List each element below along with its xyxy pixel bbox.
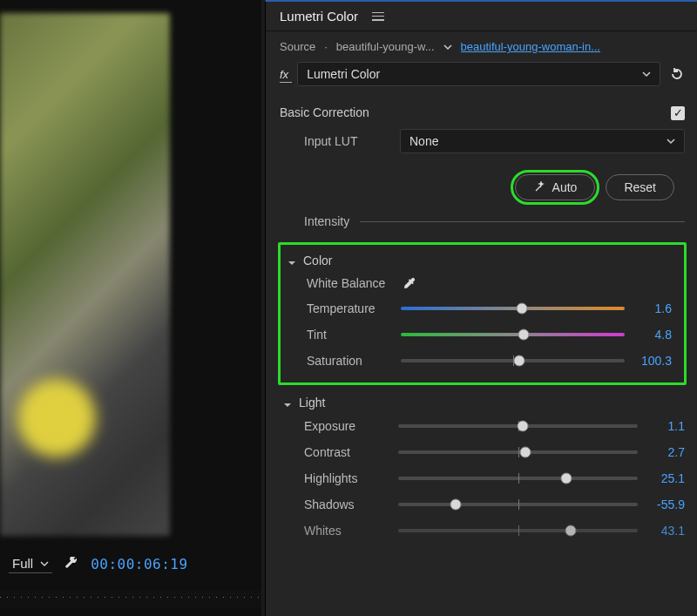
timeline-ruler[interactable] xyxy=(0,590,261,607)
saturation-value[interactable]: 100.3 xyxy=(633,354,672,368)
reset-effect-icon[interactable] xyxy=(669,66,685,82)
slider-thumb[interactable] xyxy=(518,420,529,431)
exposure-value[interactable]: 1.1 xyxy=(646,419,685,433)
contrast-value[interactable]: 2.7 xyxy=(646,445,685,459)
chevron-down-icon[interactable] xyxy=(443,43,452,51)
slider-thumb[interactable] xyxy=(565,525,577,536)
input-lut-value: None xyxy=(409,134,438,148)
slider-thumb[interactable] xyxy=(518,328,530,340)
panel-menu-icon[interactable] xyxy=(372,12,384,21)
shadows-label: Shadows xyxy=(304,498,389,511)
whites-value[interactable]: 43.1 xyxy=(646,524,685,538)
light-section: Light Exposure 1.1 Contrast 2.7 Highligh… xyxy=(266,392,697,544)
tint-value[interactable]: 4.8 xyxy=(633,328,672,342)
intensity-slider[interactable] xyxy=(360,221,685,222)
intensity-row: Intensity xyxy=(266,213,697,242)
saturation-slider[interactable] xyxy=(401,359,625,362)
auto-reset-row: Auto Reset xyxy=(266,159,697,213)
exposure-label: Exposure xyxy=(304,419,389,433)
source-row: Source · beautiful-young-w... beautiful-… xyxy=(266,31,697,57)
color-section: Color White Balance Temperature 1.6 Tint… xyxy=(278,242,687,385)
tint-slider[interactable] xyxy=(401,333,625,336)
exposure-row: Exposure 1.1 xyxy=(304,413,685,439)
chevron-down-icon xyxy=(642,70,651,78)
color-header[interactable]: Color xyxy=(282,254,682,271)
input-lut-dropdown[interactable]: None xyxy=(400,129,685,153)
fx-badge-icon[interactable]: fx xyxy=(280,68,288,81)
effect-name: Lumetri Color xyxy=(307,67,380,81)
whites-row: Whites 43.1 xyxy=(304,518,685,544)
resolution-label: Full xyxy=(12,556,33,571)
shadows-row: Shadows -55.9 xyxy=(304,491,685,518)
preview-monitor[interactable] xyxy=(0,13,170,536)
resolution-dropdown[interactable]: Full xyxy=(9,554,52,573)
slider-thumb[interactable] xyxy=(519,446,531,457)
auto-button[interactable]: Auto xyxy=(515,174,596,200)
contrast-label: Contrast xyxy=(304,445,389,459)
whites-slider[interactable] xyxy=(398,529,638,532)
tint-row: Tint 4.8 xyxy=(307,322,672,348)
saturation-label: Saturation xyxy=(307,354,392,368)
highlights-label: Highlights xyxy=(304,471,389,485)
panel-header: Lumetri Color xyxy=(266,2,697,31)
basic-correction-checkbox[interactable]: ✓ xyxy=(671,106,685,120)
effect-row: fx Lumetri Color xyxy=(266,57,697,97)
chevron-down-icon xyxy=(40,559,49,568)
shadows-slider[interactable] xyxy=(398,503,638,506)
reset-label: Reset xyxy=(624,180,656,194)
wrench-icon[interactable] xyxy=(64,557,78,571)
timecode[interactable]: 00:00:06:19 xyxy=(91,556,187,572)
preview-controls: Full 00:00:06:19 xyxy=(0,546,261,581)
reset-button[interactable]: Reset xyxy=(606,174,674,200)
basic-correction-header[interactable]: Basic Correction ✓ xyxy=(266,97,697,124)
temperature-slider[interactable] xyxy=(401,307,625,310)
temperature-value[interactable]: 1.6 xyxy=(633,301,672,315)
panel-title: Lumetri Color xyxy=(280,9,358,24)
chevron-down-icon xyxy=(288,256,296,265)
slider-thumb[interactable] xyxy=(560,472,572,484)
white-balance-label: White Balance xyxy=(307,276,392,290)
effect-dropdown[interactable]: Lumetri Color xyxy=(297,62,660,86)
bullet: · xyxy=(324,40,328,53)
input-lut-label: Input LUT xyxy=(304,134,389,148)
chevron-down-icon xyxy=(667,137,675,146)
source-prefix-label: Source xyxy=(280,40,315,53)
contrast-row: Contrast 2.7 xyxy=(304,439,685,465)
shadows-value[interactable]: -55.9 xyxy=(646,498,685,511)
slider-thumb[interactable] xyxy=(450,498,462,510)
highlights-slider[interactable] xyxy=(398,477,638,480)
input-lut-row: Input LUT None xyxy=(304,124,685,159)
slider-thumb[interactable] xyxy=(516,302,527,314)
lumetri-panel: Lumetri Color Source · beautiful-young-w… xyxy=(265,0,697,616)
basic-correction-title: Basic Correction xyxy=(280,105,369,119)
whites-label: Whites xyxy=(304,524,389,538)
highlights-row: Highlights 25.1 xyxy=(304,465,685,491)
color-title: Color xyxy=(303,254,332,267)
exposure-slider[interactable] xyxy=(398,424,638,428)
chevron-down-icon xyxy=(283,398,292,407)
contrast-slider[interactable] xyxy=(398,450,638,454)
clip-link[interactable]: beautiful-young-woman-in... xyxy=(461,40,600,53)
light-title: Light xyxy=(299,396,325,410)
temperature-label: Temperature xyxy=(307,301,392,315)
highlights-value[interactable]: 25.1 xyxy=(646,471,685,485)
source-name: beautiful-young-w... xyxy=(336,40,435,53)
intensity-label: Intensity xyxy=(304,214,349,228)
white-balance-row: White Balance xyxy=(307,271,672,295)
auto-label: Auto xyxy=(552,180,578,194)
slider-thumb[interactable] xyxy=(514,355,525,366)
light-header[interactable]: Light xyxy=(283,392,685,413)
preview-pane: Full 00:00:06:19 xyxy=(0,0,261,616)
eyedropper-icon[interactable] xyxy=(403,276,416,290)
magic-wand-icon xyxy=(533,181,545,193)
tint-label: Tint xyxy=(307,328,392,342)
temperature-row: Temperature 1.6 xyxy=(307,295,672,322)
saturation-row: Saturation 100.3 xyxy=(307,348,672,374)
